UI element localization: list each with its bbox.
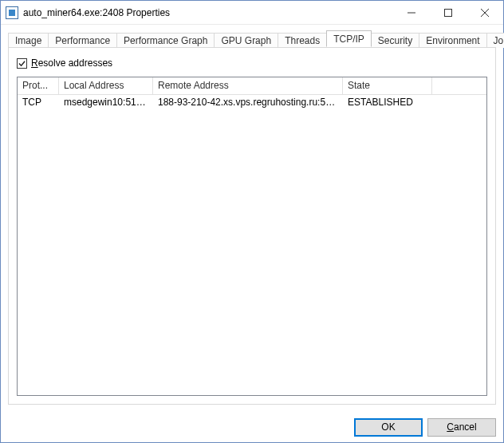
window-controls	[393, 1, 503, 24]
titlebar: auto_miner64.exe:2408 Properties	[1, 1, 503, 25]
resolve-addresses-label[interactable]: Resolve addresses	[31, 57, 112, 69]
close-icon	[481, 9, 489, 17]
close-button[interactable]	[467, 1, 503, 24]
tab-environment[interactable]: Environment	[419, 33, 486, 48]
cell-local: msedgewin10:51013	[59, 96, 153, 109]
tab-gpu-graph[interactable]: GPU Graph	[214, 33, 278, 48]
maximize-button[interactable]	[430, 1, 467, 24]
tcpip-panel: Resolve addresses Prot... Local Address …	[8, 47, 496, 405]
app-icon	[6, 6, 18, 19]
properties-window: auto_miner64.exe:2408 Properties Image P…	[0, 0, 504, 443]
tab-image[interactable]: Image	[8, 33, 49, 48]
cell-protocol: TCP	[18, 96, 59, 109]
tab-job[interactable]: Job	[486, 33, 504, 48]
tab-performance-graph[interactable]: Performance Graph	[116, 33, 215, 48]
cell-state: ESTABLISHED	[343, 96, 432, 109]
column-header-spacer	[432, 77, 486, 94]
content-area: Image Performance Performance Graph GPU …	[1, 25, 503, 412]
resolve-addresses-checkbox[interactable]	[17, 58, 27, 69]
svg-rect-1	[445, 9, 452, 16]
tab-performance[interactable]: Performance	[48, 33, 117, 48]
connections-list[interactable]: Prot... Local Address Remote Address Sta…	[17, 77, 487, 396]
ok-button[interactable]: OK	[354, 418, 423, 437]
minimize-button[interactable]	[393, 1, 430, 24]
tab-tcpip[interactable]: TCP/IP	[326, 30, 372, 47]
window-title: auto_miner64.exe:2408 Properties	[23, 7, 170, 18]
cell-remote: 188-93-210-42.xs.vps.regruhosting.ru:502…	[153, 96, 343, 109]
tab-security[interactable]: Security	[371, 33, 419, 48]
check-icon	[18, 60, 26, 67]
cell-spacer	[432, 101, 486, 103]
list-header: Prot... Local Address Remote Address Sta…	[18, 77, 486, 95]
list-body: TCP msedgewin10:51013 188-93-210-42.xs.v…	[18, 95, 486, 395]
column-header-state[interactable]: State	[343, 77, 432, 94]
minimize-icon	[408, 9, 415, 17]
column-header-remote[interactable]: Remote Address	[153, 77, 343, 94]
resolve-addresses-row: Resolve addresses	[17, 56, 487, 70]
dialog-footer: OK Cancel	[1, 412, 503, 442]
column-header-protocol[interactable]: Prot...	[18, 77, 59, 94]
column-header-local[interactable]: Local Address	[59, 77, 153, 94]
maximize-icon	[444, 9, 452, 17]
table-row[interactable]: TCP msedgewin10:51013 188-93-210-42.xs.v…	[18, 95, 486, 109]
cancel-button[interactable]: Cancel	[427, 418, 496, 437]
tab-strip: Image Performance Performance Graph GPU …	[8, 30, 496, 47]
tab-threads[interactable]: Threads	[278, 33, 327, 48]
